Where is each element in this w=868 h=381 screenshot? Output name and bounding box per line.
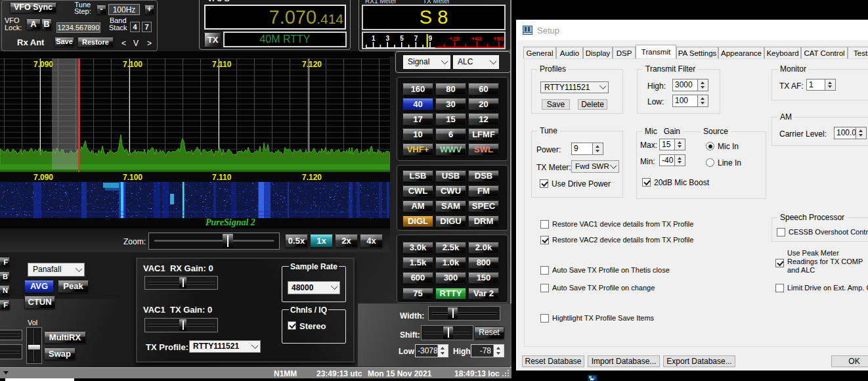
svg-text:5: 5 xyxy=(400,35,404,42)
svg-text:+60: +60 xyxy=(493,35,504,42)
svg-text:9: 9 xyxy=(428,35,432,42)
svg-text:7: 7 xyxy=(414,35,418,42)
svg-text:1: 1 xyxy=(372,35,376,42)
svg-text:3: 3 xyxy=(386,35,390,42)
svg-text:+20: +20 xyxy=(449,35,460,42)
svg-text:+40: +40 xyxy=(471,35,481,42)
